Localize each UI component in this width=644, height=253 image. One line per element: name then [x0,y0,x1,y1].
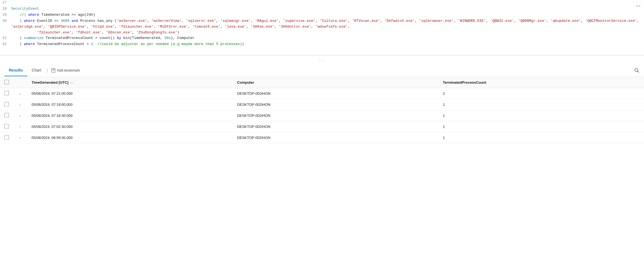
results-container: TimeGenerated [UTC] ↑↓ Computer Terminat… [0,77,644,143]
row-count: 1 [438,99,644,110]
code-line-28: 28 SecurityEvent [0,6,644,12]
code-editor[interactable]: ⌄⌄ 27 28 SecurityEvent 29 //| where Time… [0,0,644,55]
expand-row-button[interactable]: › [18,135,23,140]
line-number: 32 [0,41,11,47]
row-count: 1 [438,121,644,132]
expand-row-button[interactable]: › [18,113,23,118]
row-checkbox-cell [0,88,13,99]
table-body: › 05/08/2024, 07:21:00.000 DESKTOP-002IH… [0,88,644,143]
header-row: TimeGenerated [UTC] ↑↓ Computer Terminat… [0,77,644,88]
search-button[interactable] [634,68,640,73]
results-table: TimeGenerated [UTC] ↑↓ Computer Terminat… [0,77,644,143]
header-time-generated[interactable]: TimeGenerated [UTC] ↑↓ [27,77,233,88]
tab-results[interactable]: Results [4,65,27,76]
expand-row-button[interactable]: › [18,124,23,129]
line-number: 27 [0,0,11,6]
count-header-label: TerminatedProcessCount [443,80,486,85]
table-row: › 05/08/2024, 07:19:00.000 DESKTOP-002IH… [0,99,644,110]
row-expand-cell: › [13,110,27,121]
row-expand-cell: › [13,121,27,132]
row-computer: DESKTOP-002IHON [233,99,438,110]
row-count: 1 [438,110,644,121]
tab-results-label: Results [9,68,23,72]
table-row: › 05/08/2024, 07:18:30.000 DESKTOP-002IH… [0,110,644,121]
row-checkbox-cell [0,110,13,121]
line-content: | where TerminatedProcessCount > 1 //cou… [11,41,644,47]
row-time: 05/08/2024, 07:19:00.000 [27,99,233,110]
search-icon [634,68,640,73]
tab-chart-label: Chart [32,68,41,72]
code-line-29: 29 //| where TimeGenerated >= ago(24h) [0,12,644,18]
row-computer: DESKTOP-002IHON [233,110,438,121]
row-checkbox[interactable] [4,113,9,117]
table-header: TimeGenerated [UTC] ↑↓ Computer Terminat… [0,77,644,88]
row-time: 05/08/2024, 06:59:30.000 [27,132,233,143]
row-time: 05/08/2024, 07:02:30.000 [27,121,233,132]
row-count: 1 [438,132,644,143]
row-checkbox[interactable] [4,135,9,139]
row-checkbox[interactable] [4,102,9,106]
row-checkbox-cell [0,99,13,110]
line-number: 29 [0,12,11,18]
line-number: 31 [0,35,11,41]
line-content: //| where TimeGenerated >= ago(24h) [11,12,644,18]
row-checkbox-cell [0,132,13,143]
add-bookmark-label: Add bookmark [57,68,80,72]
code-line-31: 31 | summarize TerminatedProcessCount = … [0,35,644,41]
table-row: › 05/08/2024, 06:59:30.000 DESKTOP-002IH… [0,132,644,143]
tab-separator: | [46,67,49,73]
header-checkbox-cell [0,77,13,88]
code-line-30: 30 | where EventID == 4689 and Process h… [0,18,644,35]
add-bookmark-button[interactable]: Add bookmark [49,67,82,74]
header-count: TerminatedProcessCount [438,77,644,88]
expand-row-button[interactable]: › [18,91,23,96]
svg-line-4 [638,71,639,73]
tabs-bar: Results Chart | Add bookmark [0,64,644,77]
bookmark-icon [51,68,55,73]
line-content: SecurityEvent [11,6,644,12]
row-expand-cell: › [13,99,27,110]
sort-icon: ↑↓ [71,81,74,84]
line-content: | summarize TerminatedProcessCount = cou… [11,35,644,41]
row-computer: DESKTOP-002IHON [233,132,438,143]
select-all-checkbox[interactable] [4,80,9,84]
resize-divider[interactable]: ... [0,55,644,64]
row-checkbox[interactable] [4,91,9,95]
table-row: › 05/08/2024, 07:21:00.000 DESKTOP-002IH… [0,88,644,99]
line-content: | where EventID == 4689 and Process has_… [11,18,644,35]
row-expand-cell: › [13,132,27,143]
divider-dots: ... [318,57,325,62]
row-computer: DESKTOP-002IHON [233,121,438,132]
row-count: 2 [438,88,644,99]
row-checkbox[interactable] [4,124,9,128]
row-computer: DESKTOP-002IHON [233,88,438,99]
collapse-button[interactable]: ⌄⌄ [636,2,641,8]
header-expand-cell [13,77,27,88]
line-number: 30 [0,18,11,24]
row-checkbox-cell [0,121,13,132]
svg-point-3 [635,68,638,72]
row-expand-cell: › [13,88,27,99]
table-row: › 05/08/2024, 07:02:30.000 DESKTOP-002IH… [0,121,644,132]
row-time: 05/08/2024, 07:21:00.000 [27,88,233,99]
tab-chart[interactable]: Chart [27,65,46,76]
time-header-label: TimeGenerated [UTC] [32,80,68,85]
line-number: 28 [0,6,11,12]
header-computer: Computer [233,77,438,88]
row-time: 05/08/2024, 07:18:30.000 [27,110,233,121]
code-line-27: 27 [0,0,644,6]
code-line-32: 32 | where TerminatedProcessCount > 1 //… [0,41,644,48]
expand-row-button[interactable]: › [18,102,23,107]
computer-header-label: Computer [237,80,254,85]
